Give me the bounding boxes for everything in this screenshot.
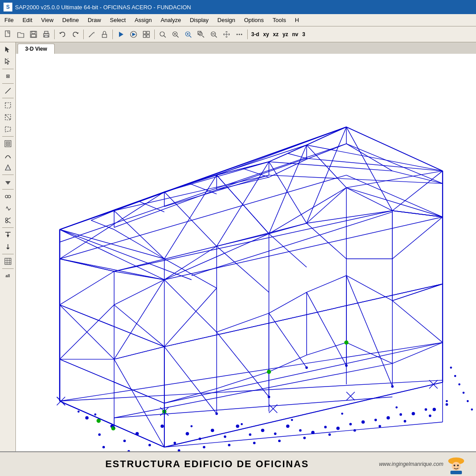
svg-line-21 — [164, 36, 166, 37]
view-label-xy[interactable]: xy — [261, 31, 271, 37]
svg-rect-3 — [31, 34, 36, 37]
all-select-button[interactable]: all — [2, 270, 14, 282]
menu-display[interactable]: Display — [186, 14, 213, 26]
svg-line-31 — [202, 36, 204, 37]
joint-constraint-tool[interactable] — [2, 191, 14, 202]
svg-point-312 — [471, 409, 473, 411]
svg-rect-67 — [5, 258, 11, 264]
svg-rect-50 — [5, 141, 11, 147]
menu-design[interactable]: Design — [213, 14, 239, 26]
canvas-area[interactable] — [16, 54, 476, 451]
svg-point-108 — [228, 444, 231, 446]
svg-point-308 — [454, 375, 456, 377]
menu-select[interactable]: Select — [105, 14, 130, 26]
left-sep-3 — [2, 98, 14, 98]
svg-point-116 — [429, 414, 431, 417]
svg-point-83 — [336, 427, 340, 430]
dots-button[interactable] — [233, 29, 245, 40]
region-select-tool[interactable] — [2, 123, 14, 135]
select-rect-tool[interactable] — [2, 100, 14, 111]
svg-point-78 — [211, 429, 214, 432]
svg-point-81 — [286, 424, 290, 428]
lock-button[interactable] — [98, 29, 111, 40]
zoom-in-button[interactable] — [169, 29, 182, 40]
menu-tools[interactable]: Tools — [268, 14, 290, 26]
print-button[interactable] — [40, 29, 52, 40]
pointer-tool-2[interactable] — [2, 56, 14, 67]
new-button[interactable] — [2, 29, 14, 40]
grid-pattern-tool[interactable] — [2, 256, 14, 267]
zoom-window-button[interactable] — [195, 29, 207, 40]
pointer-tool[interactable] — [2, 44, 14, 56]
zoom-out-button[interactable] — [208, 29, 220, 40]
menu-edit[interactable]: Edit — [18, 14, 37, 26]
zoom-fit-button[interactable] — [156, 29, 169, 40]
undo-button[interactable] — [56, 29, 69, 40]
menu-help[interactable]: H — [290, 14, 303, 26]
app-icon: S — [4, 3, 12, 11]
tendon-tool[interactable] — [2, 150, 14, 161]
svg-point-292 — [216, 413, 218, 415]
svg-point-44 — [7, 76, 8, 77]
view-label-xz[interactable]: xz — [271, 31, 280, 37]
menu-draw[interactable]: Draw — [83, 14, 105, 26]
svg-point-90 — [149, 444, 151, 446]
svg-line-23 — [177, 36, 178, 37]
svg-point-123 — [111, 426, 115, 430]
spring-tool[interactable] — [2, 203, 14, 214]
svg-point-309 — [458, 383, 461, 386]
svg-point-298 — [344, 340, 348, 344]
assign-moment-tool[interactable] — [2, 241, 14, 253]
arrow-down-tool[interactable] — [2, 176, 14, 188]
svg-point-89 — [123, 439, 126, 442]
menu-assign[interactable]: Assign — [130, 14, 156, 26]
svg-marker-40 — [5, 47, 9, 52]
svg-point-293 — [268, 396, 270, 398]
menu-analyze[interactable]: Analyze — [156, 14, 185, 26]
frame-tool[interactable] — [2, 138, 14, 149]
svg-point-301 — [190, 425, 193, 428]
scissors-tool[interactable] — [2, 215, 14, 226]
svg-point-295 — [345, 364, 348, 367]
toolbar-sep-5 — [247, 30, 248, 39]
redo-button[interactable] — [69, 29, 82, 40]
view-label-nv[interactable]: nv — [290, 31, 300, 37]
svg-line-45 — [5, 88, 11, 93]
svg-point-94 — [249, 433, 252, 436]
window-title: SAP2000 v25.0.0 Ultimate 64-bit - OFICIN… — [15, 4, 191, 11]
view-label-yz[interactable]: yz — [281, 31, 290, 37]
pan-button[interactable] — [220, 29, 233, 40]
svg-point-76 — [160, 424, 164, 428]
svg-point-84 — [361, 420, 365, 424]
run-button[interactable] — [115, 29, 127, 40]
svg-point-98 — [350, 423, 352, 425]
run-circular-button[interactable] — [127, 29, 140, 40]
area-tool[interactable] — [2, 162, 14, 173]
view-label-3d[interactable]: 3-d — [249, 31, 261, 37]
menu-file[interactable]: File — [0, 14, 18, 26]
zoom-in2-button[interactable] — [182, 29, 194, 40]
menu-define[interactable]: Define — [58, 14, 83, 26]
svg-line-34 — [215, 36, 217, 37]
menu-view[interactable]: View — [37, 14, 58, 26]
open-button[interactable] — [15, 29, 27, 40]
title-bar: S SAP2000 v25.0.0 Ultimate 64-bit - OFIC… — [0, 0, 476, 14]
tab-3d-view[interactable]: 3-D View — [18, 44, 55, 54]
grid-button[interactable] — [140, 29, 152, 40]
svg-point-87 — [432, 408, 436, 411]
cross-select-tool[interactable] — [2, 112, 14, 123]
svg-point-93 — [224, 435, 227, 438]
svg-point-101 — [424, 408, 427, 411]
pencil-button[interactable] — [86, 29, 98, 40]
svg-point-97 — [324, 426, 327, 428]
assign-load-tool[interactable] — [2, 229, 14, 241]
menu-options[interactable]: Options — [240, 14, 268, 26]
svg-point-59 — [5, 221, 7, 223]
line-tool[interactable] — [2, 85, 14, 97]
left-sep-5 — [2, 175, 14, 175]
view-label-3[interactable]: 3 — [301, 31, 307, 37]
node-tool[interactable] — [2, 71, 14, 82]
save-button[interactable] — [27, 29, 40, 40]
svg-point-302 — [241, 423, 243, 425]
svg-point-112 — [328, 433, 331, 436]
